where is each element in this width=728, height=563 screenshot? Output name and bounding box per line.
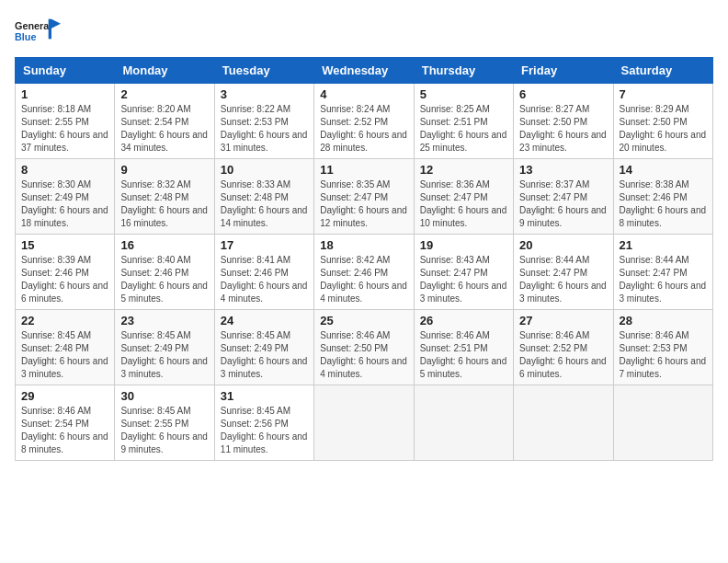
day-info: Sunrise: 8:45 AMSunset: 2:56 PMDaylight:… <box>221 406 308 454</box>
day-info: Sunrise: 8:45 AMSunset: 2:55 PMDaylight:… <box>120 406 208 454</box>
day-number: 23 <box>120 314 208 327</box>
day-info: Sunrise: 8:20 AMSunset: 2:54 PMDaylight:… <box>120 104 208 153</box>
day-info: Sunrise: 8:27 AMSunset: 2:50 PMDaylight:… <box>519 104 607 153</box>
calendar-cell: 30 Sunrise: 8:45 AMSunset: 2:55 PMDaylig… <box>115 385 214 461</box>
calendar-cell: 29 Sunrise: 8:46 AMSunset: 2:54 PMDaylig… <box>16 385 115 461</box>
calendar-cell: 4 Sunrise: 8:24 AMSunset: 2:52 PMDayligh… <box>314 84 414 159</box>
logo: General Blue <box>15 15 61 48</box>
day-number: 15 <box>21 238 108 252</box>
day-number: 31 <box>221 389 308 403</box>
calendar-cell: 3 Sunrise: 8:22 AMSunset: 2:53 PMDayligh… <box>214 84 313 159</box>
day-info: Sunrise: 8:43 AMSunset: 2:47 PMDaylight:… <box>420 255 507 304</box>
day-number: 17 <box>221 238 308 252</box>
calendar-cell: 28 Sunrise: 8:46 AMSunset: 2:53 PMDaylig… <box>613 310 712 385</box>
day-info: Sunrise: 8:29 AMSunset: 2:50 PMDaylight:… <box>620 104 707 153</box>
day-info: Sunrise: 8:44 AMSunset: 2:47 PMDaylight:… <box>519 255 607 304</box>
col-header-wednesday: Wednesday <box>314 58 414 84</box>
day-info: Sunrise: 8:18 AMSunset: 2:55 PMDaylight:… <box>21 104 108 153</box>
day-number: 19 <box>420 238 507 252</box>
day-info: Sunrise: 8:30 AMSunset: 2:49 PMDaylight:… <box>21 179 108 228</box>
day-info: Sunrise: 8:25 AMSunset: 2:51 PMDaylight:… <box>420 104 507 153</box>
day-info: Sunrise: 8:40 AMSunset: 2:46 PMDaylight:… <box>120 255 208 304</box>
day-info: Sunrise: 8:42 AMSunset: 2:46 PMDaylight:… <box>320 255 407 304</box>
day-number: 14 <box>620 163 707 177</box>
day-info: Sunrise: 8:41 AMSunset: 2:46 PMDaylight:… <box>221 255 308 304</box>
col-header-saturday: Saturday <box>613 58 712 84</box>
day-number: 9 <box>120 163 208 177</box>
day-number: 26 <box>420 314 507 327</box>
day-number: 7 <box>620 87 707 101</box>
calendar-cell <box>314 385 414 461</box>
calendar-cell: 21 Sunrise: 8:44 AMSunset: 2:47 PMDaylig… <box>613 235 712 310</box>
calendar-cell: 19 Sunrise: 8:43 AMSunset: 2:47 PMDaylig… <box>414 235 513 310</box>
calendar-cell: 13 Sunrise: 8:37 AMSunset: 2:47 PMDaylig… <box>514 159 613 235</box>
day-number: 13 <box>519 163 607 177</box>
day-number: 3 <box>221 87 308 101</box>
day-info: Sunrise: 8:46 AMSunset: 2:54 PMDaylight:… <box>21 406 108 454</box>
day-info: Sunrise: 8:36 AMSunset: 2:47 PMDaylight:… <box>420 179 507 228</box>
calendar-cell: 9 Sunrise: 8:32 AMSunset: 2:48 PMDayligh… <box>115 159 214 235</box>
calendar-cell: 27 Sunrise: 8:46 AMSunset: 2:52 PMDaylig… <box>514 310 613 385</box>
calendar-table: SundayMondayTuesdayWednesdayThursdayFrid… <box>15 57 713 461</box>
col-header-monday: Monday <box>115 58 214 84</box>
day-info: Sunrise: 8:37 AMSunset: 2:47 PMDaylight:… <box>519 179 607 228</box>
calendar-week-4: 22 Sunrise: 8:45 AMSunset: 2:48 PMDaylig… <box>16 310 713 385</box>
calendar-cell: 22 Sunrise: 8:45 AMSunset: 2:48 PMDaylig… <box>16 310 115 385</box>
day-info: Sunrise: 8:39 AMSunset: 2:46 PMDaylight:… <box>21 255 108 304</box>
day-number: 12 <box>420 163 507 177</box>
calendar-cell: 16 Sunrise: 8:40 AMSunset: 2:46 PMDaylig… <box>115 235 214 310</box>
calendar-cell: 24 Sunrise: 8:45 AMSunset: 2:49 PMDaylig… <box>214 310 313 385</box>
day-number: 27 <box>519 314 607 327</box>
col-header-sunday: Sunday <box>16 58 115 84</box>
calendar-cell: 6 Sunrise: 8:27 AMSunset: 2:50 PMDayligh… <box>514 84 613 159</box>
day-info: Sunrise: 8:46 AMSunset: 2:51 PMDaylight:… <box>420 330 507 379</box>
calendar-week-1: 1 Sunrise: 8:18 AMSunset: 2:55 PMDayligh… <box>16 84 713 159</box>
calendar-cell: 17 Sunrise: 8:41 AMSunset: 2:46 PMDaylig… <box>214 235 313 310</box>
day-info: Sunrise: 8:33 AMSunset: 2:48 PMDaylight:… <box>221 179 308 228</box>
calendar-header-row: SundayMondayTuesdayWednesdayThursdayFrid… <box>16 58 713 84</box>
day-info: Sunrise: 8:45 AMSunset: 2:48 PMDaylight:… <box>21 330 108 379</box>
calendar-cell <box>613 385 712 461</box>
day-number: 8 <box>21 163 108 177</box>
day-number: 30 <box>120 389 208 403</box>
day-number: 11 <box>320 163 407 177</box>
calendar-cell: 26 Sunrise: 8:46 AMSunset: 2:51 PMDaylig… <box>414 310 513 385</box>
day-number: 16 <box>120 238 208 252</box>
calendar-cell: 20 Sunrise: 8:44 AMSunset: 2:47 PMDaylig… <box>514 235 613 310</box>
page-header: General Blue <box>15 15 713 48</box>
calendar-cell: 7 Sunrise: 8:29 AMSunset: 2:50 PMDayligh… <box>613 84 712 159</box>
day-number: 6 <box>519 87 607 101</box>
day-number: 1 <box>21 87 108 101</box>
day-info: Sunrise: 8:24 AMSunset: 2:52 PMDaylight:… <box>320 104 407 153</box>
day-info: Sunrise: 8:46 AMSunset: 2:52 PMDaylight:… <box>519 330 607 379</box>
calendar-cell: 2 Sunrise: 8:20 AMSunset: 2:54 PMDayligh… <box>115 84 214 159</box>
svg-rect-3 <box>49 19 51 40</box>
svg-text:General: General <box>15 20 51 31</box>
day-info: Sunrise: 8:46 AMSunset: 2:50 PMDaylight:… <box>320 330 407 379</box>
day-number: 29 <box>21 389 108 403</box>
calendar-cell <box>414 385 513 461</box>
col-header-thursday: Thursday <box>414 58 513 84</box>
day-info: Sunrise: 8:45 AMSunset: 2:49 PMDaylight:… <box>221 330 308 379</box>
day-number: 4 <box>320 87 407 101</box>
calendar-cell: 12 Sunrise: 8:36 AMSunset: 2:47 PMDaylig… <box>414 159 513 235</box>
calendar-week-5: 29 Sunrise: 8:46 AMSunset: 2:54 PMDaylig… <box>16 385 713 461</box>
logo-icon: General Blue <box>15 15 61 48</box>
calendar-cell: 15 Sunrise: 8:39 AMSunset: 2:46 PMDaylig… <box>16 235 115 310</box>
calendar-week-2: 8 Sunrise: 8:30 AMSunset: 2:49 PMDayligh… <box>16 159 713 235</box>
calendar-cell: 14 Sunrise: 8:38 AMSunset: 2:46 PMDaylig… <box>613 159 712 235</box>
calendar-cell: 5 Sunrise: 8:25 AMSunset: 2:51 PMDayligh… <box>414 84 513 159</box>
calendar-cell: 18 Sunrise: 8:42 AMSunset: 2:46 PMDaylig… <box>314 235 414 310</box>
calendar-cell: 23 Sunrise: 8:45 AMSunset: 2:49 PMDaylig… <box>115 310 214 385</box>
col-header-tuesday: Tuesday <box>214 58 313 84</box>
day-info: Sunrise: 8:35 AMSunset: 2:47 PMDaylight:… <box>320 179 407 228</box>
day-number: 21 <box>620 238 707 252</box>
col-header-friday: Friday <box>514 58 613 84</box>
day-info: Sunrise: 8:32 AMSunset: 2:48 PMDaylight:… <box>120 179 208 228</box>
svg-text:Blue: Blue <box>15 31 36 42</box>
day-number: 20 <box>519 238 607 252</box>
day-number: 24 <box>221 314 308 327</box>
day-number: 2 <box>120 87 208 101</box>
svg-marker-2 <box>51 19 61 29</box>
day-number: 25 <box>320 314 407 327</box>
